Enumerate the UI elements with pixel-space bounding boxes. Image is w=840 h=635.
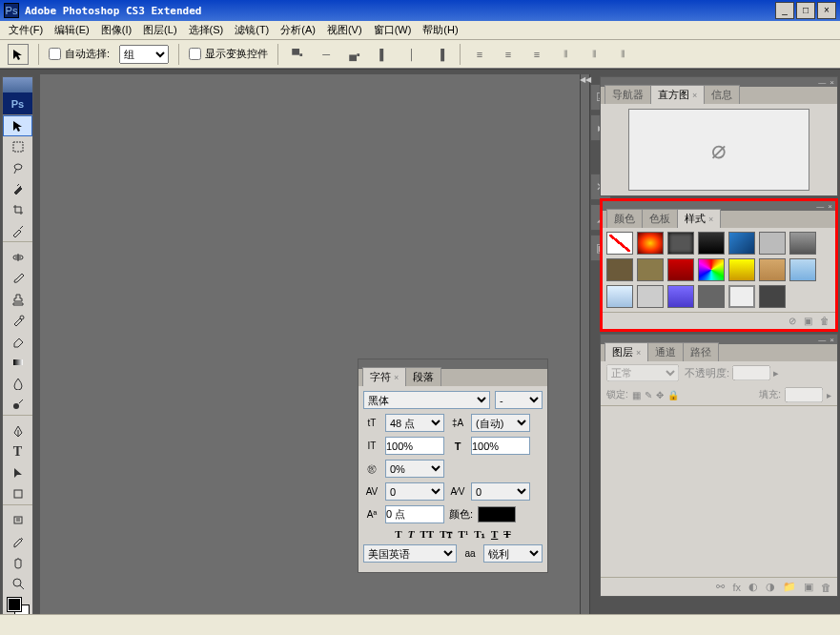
tab-paths[interactable]: 路径 bbox=[683, 342, 719, 361]
panel-minimize-icon[interactable]: — bbox=[818, 78, 826, 87]
align-bottom-icon[interactable]: ▄▪ bbox=[345, 46, 364, 63]
minimize-button[interactable]: _ bbox=[775, 2, 794, 19]
subscript-button[interactable]: T₁ bbox=[474, 528, 485, 541]
font-family-dropdown[interactable]: 黑体 bbox=[363, 391, 490, 409]
dist-left-icon[interactable]: ⦀ bbox=[556, 46, 575, 63]
leading-dropdown[interactable]: (自动) bbox=[471, 414, 530, 432]
style-swatch[interactable] bbox=[759, 258, 786, 281]
move-tool[interactable] bbox=[3, 115, 32, 136]
foreground-color[interactable] bbox=[8, 598, 21, 611]
lasso-tool[interactable] bbox=[3, 157, 32, 178]
blend-mode-dropdown[interactable]: 正常 bbox=[606, 364, 679, 381]
style-swatch[interactable] bbox=[667, 232, 694, 255]
style-swatch[interactable] bbox=[637, 285, 664, 308]
style-swatch[interactable] bbox=[637, 232, 664, 255]
menu-layer[interactable]: 图层(L) bbox=[138, 21, 181, 39]
panel-close-icon[interactable]: × bbox=[830, 336, 834, 344]
layer-fx-icon[interactable]: fx bbox=[732, 582, 741, 593]
fill-flyout-icon[interactable]: ▸ bbox=[827, 390, 831, 400]
crop-tool[interactable] bbox=[3, 199, 32, 220]
layer-mask-icon[interactable]: ◐ bbox=[748, 581, 758, 593]
font-style-dropdown[interactable]: - bbox=[495, 391, 543, 409]
style-swatch[interactable] bbox=[728, 232, 755, 255]
slice-tool[interactable] bbox=[3, 220, 32, 241]
tab-navigator[interactable]: 导航器 bbox=[604, 85, 651, 104]
new-style-icon[interactable]: ▣ bbox=[804, 316, 812, 326]
smallcaps-button[interactable]: Tᴛ bbox=[440, 528, 452, 541]
hscale-input[interactable] bbox=[471, 437, 530, 455]
tab-paragraph[interactable]: 段落 bbox=[405, 367, 441, 386]
lock-position-icon[interactable]: ✥ bbox=[656, 390, 664, 400]
delete-layer-icon[interactable]: 🗑 bbox=[821, 582, 831, 593]
show-transform-checkbox[interactable]: 显示变换控件 bbox=[189, 47, 268, 61]
pen-tool[interactable] bbox=[3, 420, 32, 441]
style-swatch[interactable] bbox=[728, 258, 755, 281]
zoom-tool[interactable] bbox=[3, 573, 32, 594]
menu-filter[interactable]: 滤镜(T) bbox=[230, 21, 274, 39]
menu-select[interactable]: 选择(S) bbox=[184, 21, 229, 39]
italic-button[interactable]: T bbox=[408, 528, 415, 541]
font-size-dropdown[interactable]: 48 点 bbox=[385, 414, 444, 432]
dock-strip[interactable]: ◀◀ bbox=[580, 74, 590, 614]
dist-hcenter-icon[interactable]: ⦀ bbox=[584, 46, 604, 63]
auto-select-type-dropdown[interactable]: 组 bbox=[119, 45, 169, 64]
marquee-tool[interactable] bbox=[3, 136, 32, 157]
tracking-dropdown[interactable]: 0% bbox=[385, 460, 444, 478]
style-swatch[interactable] bbox=[667, 285, 694, 308]
heal-tool[interactable] bbox=[3, 247, 32, 268]
align-vcenter-icon[interactable]: ─ bbox=[317, 46, 336, 63]
style-swatch[interactable] bbox=[759, 285, 786, 308]
restore-button[interactable]: □ bbox=[796, 2, 815, 19]
panel-minimize-icon[interactable]: — bbox=[816, 202, 824, 211]
dist-vcenter-icon[interactable]: ≡ bbox=[499, 46, 518, 63]
superscript-button[interactable]: T¹ bbox=[459, 528, 469, 541]
panel-minimize-icon[interactable]: — bbox=[818, 336, 826, 344]
lock-paint-icon[interactable]: ✎ bbox=[645, 390, 652, 400]
opacity-flyout-icon[interactable]: ▸ bbox=[773, 367, 779, 379]
style-swatch[interactable] bbox=[637, 258, 664, 281]
style-swatch[interactable] bbox=[698, 258, 725, 281]
menu-view[interactable]: 视图(V) bbox=[322, 21, 367, 39]
tab-layers[interactable]: 图层× bbox=[604, 342, 648, 361]
align-hcenter-icon[interactable]: │ bbox=[402, 46, 421, 63]
dist-right-icon[interactable]: ⦀ bbox=[613, 46, 632, 63]
menu-analysis[interactable]: 分析(A) bbox=[276, 21, 320, 39]
style-swatch[interactable] bbox=[759, 232, 786, 255]
menu-file[interactable]: 文件(F) bbox=[4, 21, 48, 39]
menu-image[interactable]: 图像(I) bbox=[96, 21, 136, 39]
gradient-tool[interactable] bbox=[3, 352, 32, 373]
style-swatch[interactable] bbox=[698, 232, 725, 255]
new-layer-icon[interactable]: ▣ bbox=[804, 581, 813, 593]
wand-tool[interactable] bbox=[3, 178, 32, 199]
layers-list[interactable] bbox=[601, 405, 837, 577]
delete-style-icon[interactable]: 🗑 bbox=[820, 316, 830, 326]
type-tool[interactable]: T bbox=[3, 441, 32, 462]
strike-button[interactable]: T bbox=[503, 528, 510, 541]
align-right-icon[interactable]: ▐ bbox=[431, 46, 450, 63]
tab-character[interactable]: 字符× bbox=[362, 367, 406, 386]
history-brush-tool[interactable] bbox=[3, 310, 32, 331]
tab-info[interactable]: 信息 bbox=[704, 85, 740, 104]
align-left-icon[interactable]: ▌ bbox=[374, 46, 393, 63]
dist-bottom-icon[interactable]: ≡ bbox=[527, 46, 546, 63]
menu-edit[interactable]: 编辑(E) bbox=[50, 21, 94, 39]
fill-input[interactable] bbox=[785, 387, 823, 402]
align-top-icon[interactable]: ▀▪ bbox=[288, 46, 307, 63]
path-select-tool[interactable] bbox=[3, 462, 32, 483]
kerning-dropdown[interactable]: 0 bbox=[385, 482, 444, 501]
link-layers-icon[interactable]: ⚯ bbox=[716, 581, 725, 593]
language-dropdown[interactable]: 美国英语 bbox=[363, 544, 457, 563]
notes-tool[interactable] bbox=[3, 510, 32, 531]
adjustment-layer-icon[interactable]: ◑ bbox=[766, 581, 775, 593]
tab-histogram[interactable]: 直方图× bbox=[650, 85, 705, 104]
tab-styles[interactable]: 样式× bbox=[677, 209, 721, 228]
lock-transparency-icon[interactable]: ▦ bbox=[632, 390, 641, 400]
auto-select-checkbox[interactable]: 自动选择: bbox=[49, 47, 110, 61]
blur-tool[interactable] bbox=[3, 373, 32, 394]
vscale-input[interactable] bbox=[385, 437, 444, 455]
brush-tool[interactable] bbox=[3, 268, 32, 289]
antialias-dropdown[interactable]: 锐利 bbox=[483, 544, 543, 563]
allcaps-button[interactable]: TT bbox=[420, 528, 434, 541]
stamp-tool[interactable] bbox=[3, 289, 32, 310]
dodge-tool[interactable] bbox=[3, 394, 32, 415]
